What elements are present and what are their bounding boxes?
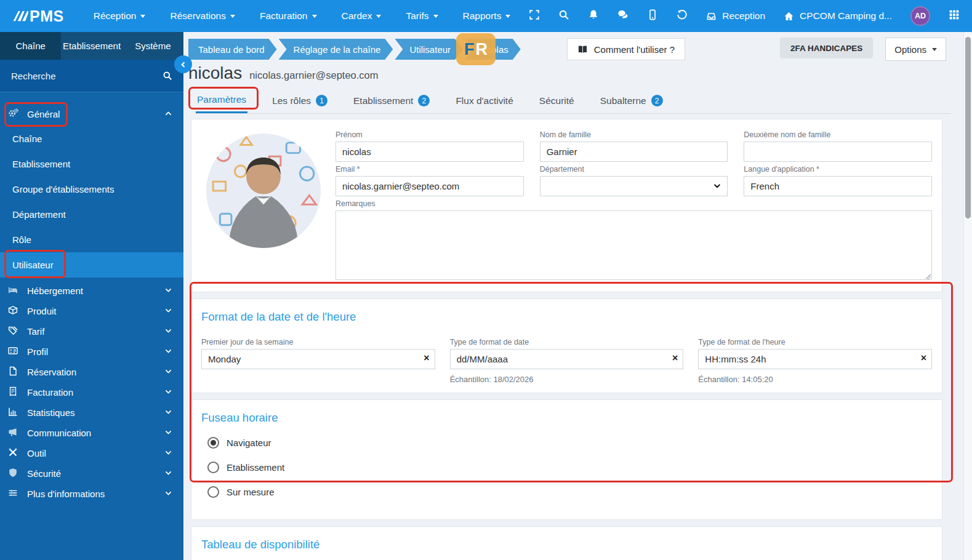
options-button[interactable]: Options xyxy=(885,38,946,61)
profile-photo[interactable] xyxy=(206,134,321,248)
twofa-handicapes-button[interactable]: 2FA HANDICAPES xyxy=(780,38,873,58)
caret-down-icon xyxy=(140,15,145,18)
caret-down-icon xyxy=(433,15,438,18)
scope-tab-systeme[interactable]: Système xyxy=(123,32,183,60)
caret-down-icon xyxy=(505,15,510,18)
tab-etablissement[interactable]: Etablissement2 xyxy=(352,90,431,113)
bell-icon[interactable] xyxy=(588,9,599,23)
field-first-day: Premier jour de la semaine × xyxy=(201,336,435,384)
sidebar-group-securite[interactable]: Sécurité xyxy=(0,463,183,484)
department-select[interactable] xyxy=(540,176,728,196)
chevron-down-icon xyxy=(164,286,172,296)
datetime-format-card: Format de la date et de l'heure Premier … xyxy=(191,298,942,393)
first-name-input[interactable] xyxy=(335,142,524,162)
tab-les-roles[interactable]: Les rôles1 xyxy=(271,90,329,113)
sidebar-group-tarif[interactable]: Tarif xyxy=(0,321,183,342)
field-date-format: Type de format de date × Échantillon: 18… xyxy=(450,336,684,384)
time-format-combobox[interactable] xyxy=(698,349,932,369)
field-label: Nom de famille xyxy=(540,130,728,139)
radio-button-icon[interactable] xyxy=(207,486,219,498)
user-avatar[interactable]: AD xyxy=(910,6,930,26)
clear-icon[interactable]: × xyxy=(921,353,926,364)
tab-parametres[interactable]: Paramètres xyxy=(196,90,247,113)
sidebar-group-produit[interactable]: Produit xyxy=(0,301,183,321)
megaphone-icon xyxy=(8,427,22,439)
field-label: Deuxième nom de famille xyxy=(744,130,932,139)
breadcrumb-reglage-chaine[interactable]: Réglage de la chaîne xyxy=(279,39,393,60)
fullscreen-icon[interactable] xyxy=(529,9,540,23)
gears-icon xyxy=(8,108,22,120)
history-icon[interactable] xyxy=(677,9,688,23)
sidebar-group-plus-informations[interactable]: Plus d'informations xyxy=(0,484,183,504)
app-logo[interactable]: PMS xyxy=(12,7,64,25)
site-switcher[interactable]: CPCOM Camping d... xyxy=(784,10,892,22)
field-label: Département xyxy=(540,165,728,174)
field-label: Remarques xyxy=(335,199,932,208)
date-format-combobox[interactable] xyxy=(450,349,684,369)
radio-navigateur[interactable]: Navigateur xyxy=(207,437,932,449)
apps-grid-icon[interactable] xyxy=(949,9,960,23)
clear-icon[interactable]: × xyxy=(424,353,429,364)
sidebar-group-hebergement[interactable]: Hébergement xyxy=(0,281,183,301)
how-to-use-button[interactable]: Comment l'utiliser ? xyxy=(567,38,685,60)
first-day-combobox[interactable] xyxy=(201,349,435,369)
caret-down-icon xyxy=(932,48,937,51)
mobile-icon[interactable] xyxy=(647,9,658,23)
tags-icon xyxy=(8,326,22,337)
sidebar-group-facturation[interactable]: Facturation xyxy=(0,382,183,402)
sidebar-item-groupe-etablissements[interactable]: Groupe d'établissements xyxy=(0,177,183,202)
scrollbar-thumb[interactable] xyxy=(965,37,971,218)
sidebar-item-departement[interactable]: Département xyxy=(0,202,183,227)
chat-icon[interactable] xyxy=(617,9,629,23)
field-remarks: Remarques xyxy=(335,198,932,282)
radio-etablissement[interactable]: Etablissement xyxy=(207,462,932,473)
menu-rapports[interactable]: Rapports xyxy=(463,10,511,22)
availability-card: Tableau de disponibilité Colonne des pré… xyxy=(191,526,942,560)
menu-reservations[interactable]: Réservations xyxy=(170,10,235,22)
menu-facturation[interactable]: Facturation xyxy=(260,10,317,22)
sidebar-item-etablissement[interactable]: Etablissement xyxy=(0,151,183,177)
top-navbar: PMS Réception Réservations Facturation C… xyxy=(0,0,972,32)
scope-tab-etablissement[interactable]: Etablissement xyxy=(61,32,122,60)
breadcrumb-utilisateur[interactable]: Utilisateur xyxy=(395,39,463,60)
sidebar-item-utilisateur[interactable]: Utilisateur xyxy=(0,252,183,278)
tab-securite[interactable]: Sécurité xyxy=(538,90,576,113)
scope-tab-chaine[interactable]: Chaîne xyxy=(0,32,61,60)
chevron-down-icon xyxy=(164,367,172,377)
sidebar-group-statistiques[interactable]: Statistiques xyxy=(0,402,183,423)
tab-subalterne[interactable]: Subalterne2 xyxy=(599,90,664,113)
menu-reception[interactable]: Réception xyxy=(94,10,146,22)
radio-sur-mesure[interactable]: Sur mesure xyxy=(207,486,932,498)
sidebar-group-outil[interactable]: Outil xyxy=(0,443,183,463)
radio-button-icon[interactable] xyxy=(207,462,219,473)
section-title-timezone: Fuseau horaire xyxy=(201,411,932,425)
vertical-scrollbar[interactable] xyxy=(963,32,972,560)
sidebar-collapse-button[interactable] xyxy=(174,55,192,73)
chevron-down-icon xyxy=(164,489,172,499)
breadcrumb-dashboard[interactable]: Tableau de bord xyxy=(188,39,277,60)
sidebar-group-profil[interactable]: Profil xyxy=(0,342,183,362)
email-input[interactable] xyxy=(335,176,524,196)
remarks-textarea[interactable] xyxy=(335,210,932,280)
sidebar-group-reservation[interactable]: Réservation xyxy=(0,362,183,382)
tab-flux-activite[interactable]: Flux d'activité xyxy=(454,90,514,113)
clear-icon[interactable]: × xyxy=(672,353,678,364)
search-icon[interactable] xyxy=(558,9,569,23)
menu-tarifs[interactable]: Tarifs xyxy=(406,10,438,22)
sidebar-search-input[interactable] xyxy=(11,71,163,81)
field-label: Prénom xyxy=(335,130,524,139)
language-input[interactable] xyxy=(744,176,932,196)
sidebar-group-communication[interactable]: Communication xyxy=(0,423,183,443)
last-name-input[interactable] xyxy=(540,142,728,162)
field-label: Type de format de date xyxy=(450,338,684,346)
chevron-down-icon xyxy=(164,326,172,337)
sidebar-item-role[interactable]: Rôle xyxy=(0,227,183,252)
second-last-name-input[interactable] xyxy=(744,142,932,162)
sidebar-group-general[interactable]: Général xyxy=(0,102,183,126)
reception-switcher[interactable]: Reception xyxy=(706,10,765,22)
sidebar-item-chaine[interactable]: Chaîne xyxy=(0,126,183,151)
search-icon xyxy=(163,71,172,81)
menu-cardex[interactable]: Cardex xyxy=(342,10,382,22)
radio-button-icon[interactable] xyxy=(207,437,219,449)
caret-down-icon xyxy=(230,15,235,18)
